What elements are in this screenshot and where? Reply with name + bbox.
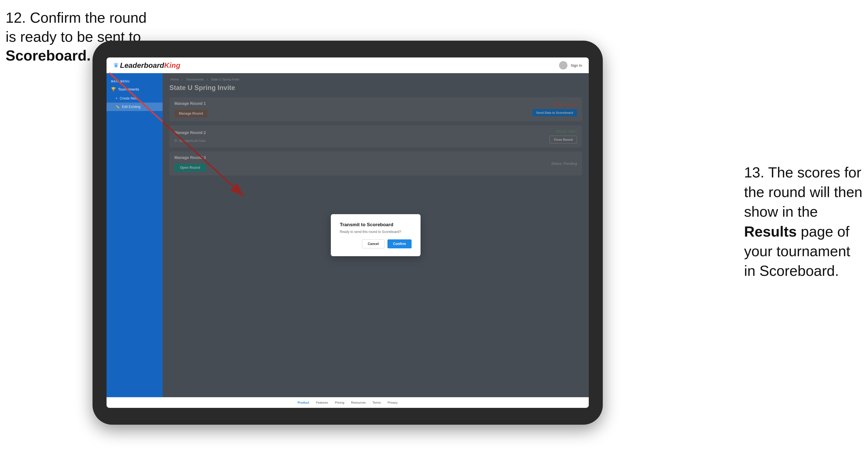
sidebar-edit-existing[interactable]: ✏️ Edit Existing bbox=[106, 102, 163, 111]
crown-icon: ♛ bbox=[113, 62, 119, 69]
instruction-bottom-line5: your tournament bbox=[744, 243, 850, 259]
modal-cancel-btn[interactable]: Cancel bbox=[362, 239, 385, 248]
instruction-bottom-line3: show in the bbox=[744, 204, 818, 220]
instruction-line1: 12. Confirm the round bbox=[6, 9, 147, 26]
footer-terms[interactable]: Terms bbox=[373, 401, 381, 404]
tablet-frame: ♛ LeaderboardKing Sign In MAIN MENU 🏆 To… bbox=[93, 41, 603, 425]
instruction-bottom: 13. The scores for the round will then s… bbox=[744, 163, 862, 281]
footer-privacy[interactable]: Privacy bbox=[388, 401, 398, 404]
logo-part2: King bbox=[164, 61, 181, 69]
footer-resources[interactable]: Resources bbox=[351, 401, 366, 404]
sidebar-create-label: Create New bbox=[120, 96, 137, 100]
sidebar-item-tournaments[interactable]: 🏆 Tournaments bbox=[106, 84, 163, 94]
footer-pricing[interactable]: Pricing bbox=[335, 401, 344, 404]
instruction-bottom-line6: in Scoreboard. bbox=[744, 263, 839, 279]
edit-icon: ✏️ bbox=[116, 105, 120, 109]
footer-product[interactable]: Product bbox=[298, 401, 309, 404]
page-footer: Product Features Pricing Resources Terms… bbox=[106, 397, 589, 408]
nav-right: Sign In bbox=[559, 61, 582, 69]
logo-part1: Leaderboard bbox=[120, 61, 164, 69]
modal-overlay: Transmit to Scoreboard Ready to send thi… bbox=[163, 73, 589, 397]
content-area: MAIN MENU 🏆 Tournaments + Create New ✏️ … bbox=[106, 73, 589, 397]
avatar bbox=[559, 61, 567, 69]
plus-icon: + bbox=[116, 96, 118, 100]
modal-confirm-btn[interactable]: Confirm bbox=[388, 239, 411, 248]
modal-title: Transmit to Scoreboard bbox=[340, 222, 411, 228]
footer-features[interactable]: Features bbox=[316, 401, 328, 404]
trophy-icon: 🏆 bbox=[111, 87, 116, 91]
sidebar-menu-label: MAIN MENU bbox=[106, 77, 163, 84]
signin-link[interactable]: Sign In bbox=[571, 63, 582, 67]
instruction-results-bold: Results bbox=[744, 223, 797, 240]
modal-box: Transmit to Scoreboard Ready to send thi… bbox=[331, 214, 421, 256]
instruction-bottom-line1: 13. The scores for bbox=[744, 164, 861, 181]
modal-message: Ready to send this round to Scoreboard? bbox=[340, 230, 411, 234]
page-content: Home › Tournaments › State U Spring Invi… bbox=[163, 73, 589, 397]
sidebar-edit-label: Edit Existing bbox=[122, 105, 141, 109]
instruction-bottom-line2: the round will then bbox=[744, 184, 862, 200]
sidebar: MAIN MENU 🏆 Tournaments + Create New ✏️ … bbox=[106, 73, 163, 397]
navbar: ♛ LeaderboardKing Sign In bbox=[106, 58, 589, 73]
logo: ♛ LeaderboardKing bbox=[113, 61, 180, 70]
logo-text: LeaderboardKing bbox=[120, 61, 180, 70]
instruction-line3: Scoreboard. bbox=[6, 48, 91, 64]
modal-actions: Cancel Confirm bbox=[340, 239, 411, 248]
sidebar-tournaments-label: Tournaments bbox=[118, 87, 139, 91]
tablet-screen: ♛ LeaderboardKing Sign In MAIN MENU 🏆 To… bbox=[106, 58, 589, 408]
instruction-bottom-line4rest: page of bbox=[797, 223, 849, 240]
sidebar-create-new[interactable]: + Create New bbox=[106, 94, 163, 102]
